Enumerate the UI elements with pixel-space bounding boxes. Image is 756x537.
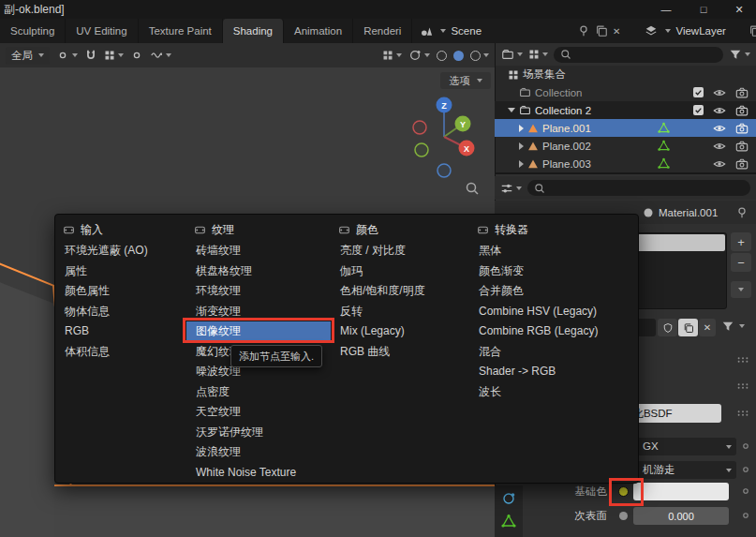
menu-item[interactable]: 波长 — [469, 382, 640, 403]
menu-item[interactable]: 颜色属性 — [55, 281, 186, 302]
minimize-button[interactable]: — — [647, 0, 685, 19]
axis-neg-x-ball[interactable] — [413, 121, 426, 134]
outliner-filter-dropdown[interactable] — [729, 48, 750, 61]
subsurface-node-socket-button[interactable] — [619, 512, 628, 520]
shading-material-preview-icon[interactable] — [453, 51, 464, 61]
snap-toggle[interactable] — [84, 49, 97, 62]
proportional-editing-toggle[interactable] — [130, 49, 143, 62]
unlink-scene-icon[interactable]: ✕ — [613, 26, 620, 37]
options-button[interactable]: 选项 — [440, 72, 491, 89]
decorator-dot-icon[interactable] — [740, 510, 751, 521]
overlays-dropdown[interactable] — [382, 50, 402, 61]
expand-right-icon[interactable] — [519, 160, 524, 168]
menu-item[interactable]: 砖墙纹理 — [186, 241, 331, 261]
outliner-row-scene-collection[interactable]: 场景集合 — [495, 66, 756, 83]
menu-item[interactable]: RGB 曲线 — [331, 342, 469, 363]
tab-uv-editing[interactable]: UV Editing — [66, 19, 138, 43]
menu-item[interactable]: Combine RGB (Legacy) — [469, 321, 640, 342]
editor-type-dropdown[interactable] — [500, 182, 522, 195]
tab-animation[interactable]: Animation — [284, 19, 353, 43]
expand-down-icon[interactable] — [508, 108, 515, 112]
menu-item[interactable]: 点密度 — [186, 382, 331, 403]
properties-search-input[interactable] — [527, 180, 750, 196]
outliner-row-plane-001[interactable]: Plane.001 — [495, 119, 756, 137]
pivot-point-dropdown[interactable] — [56, 49, 78, 62]
unlink-material-button[interactable]: ✕ — [699, 319, 716, 336]
camera-icon[interactable] — [735, 140, 749, 153]
object-data-tab-icon[interactable] — [501, 514, 516, 529]
copy-icon[interactable] — [749, 24, 756, 37]
breadcrumb-material-name[interactable]: Material.001 — [659, 207, 718, 218]
decorator-dot-icon[interactable] — [740, 464, 751, 475]
tab-shading[interactable]: Shading — [223, 19, 284, 43]
falloff-dropdown[interactable] — [150, 49, 171, 62]
menu-item[interactable]: Mix (Legacy) — [331, 321, 469, 342]
transform-orientation-dropdown[interactable]: 全局 — [6, 47, 50, 65]
camera-icon[interactable] — [735, 104, 749, 117]
shading-wireframe-icon[interactable] — [437, 51, 447, 61]
menu-item[interactable]: 环境纹理 — [186, 281, 331, 302]
eye-icon[interactable] — [713, 122, 726, 135]
menu-item[interactable]: 黑体 — [469, 241, 640, 261]
axis-neg-z-ball[interactable] — [437, 164, 451, 177]
menu-item[interactable]: Combine HSV (Legacy) — [469, 302, 640, 322]
remove-slot-button[interactable]: − — [731, 253, 751, 272]
pin-icon[interactable] — [577, 24, 590, 37]
panel-grip-icon[interactable] — [736, 353, 749, 366]
outliner-display-mode-dropdown[interactable] — [501, 48, 523, 61]
menu-item[interactable]: 反转 — [331, 302, 469, 322]
menu-item[interactable]: 棋盘格纹理 — [186, 261, 331, 282]
outliner-row-collection-2[interactable]: Collection 2 — [495, 101, 756, 119]
menu-item[interactable]: 环境光遮蔽 (AO) — [55, 241, 186, 261]
collection-checkbox[interactable] — [693, 105, 704, 115]
tab-texture-paint[interactable]: Texture Paint — [139, 19, 223, 43]
new-material-button[interactable] — [678, 319, 698, 336]
menu-item[interactable]: 合并颜色 — [469, 281, 640, 302]
outliner-row-collection[interactable]: Collection — [495, 83, 756, 101]
scene-selector[interactable]: Scene ✕ — [420, 24, 620, 37]
close-button[interactable]: ✕ — [722, 0, 756, 19]
collection-checkbox[interactable] — [693, 87, 704, 97]
menu-item[interactable]: 渐变纹理 — [186, 302, 331, 322]
material-filter-dropdown[interactable] — [721, 320, 745, 333]
menu-item[interactable]: 体积信息 — [55, 342, 186, 363]
slot-specials-button[interactable] — [731, 281, 751, 298]
physics-tab-icon[interactable] — [501, 491, 516, 506]
decorator-dot-icon[interactable] — [740, 485, 751, 497]
subsurface-value-slider[interactable]: 0.000 — [633, 507, 729, 525]
menu-item[interactable]: 混合 — [469, 342, 640, 363]
viewport-zoom-icon[interactable] — [465, 181, 480, 196]
tab-render[interactable]: Renderi — [353, 19, 412, 43]
camera-icon[interactable] — [735, 86, 749, 99]
menu-item[interactable]: 颜色渐变 — [469, 261, 640, 282]
menu-item[interactable]: 亮度 / 对比度 — [331, 241, 469, 261]
navigation-gizmo[interactable]: Z Y X — [408, 90, 480, 178]
pin-icon[interactable] — [735, 206, 749, 219]
menu-item[interactable]: White Noise Texture — [186, 463, 331, 484]
menu-item[interactable]: 沃罗诺伊纹理 — [186, 423, 331, 443]
menu-item[interactable]: 物体信息 — [55, 302, 186, 322]
snap-target-dropdown[interactable] — [104, 50, 124, 61]
eye-icon[interactable] — [713, 140, 726, 153]
tab-sculpting[interactable]: Sculpting — [0, 19, 66, 43]
menu-item[interactable]: 波浪纹理 — [186, 442, 331, 463]
panel-grip-icon[interactable] — [736, 380, 749, 393]
expand-right-icon[interactable] — [519, 142, 524, 150]
outliner-row-plane-002[interactable]: Plane.002 — [495, 137, 756, 155]
add-slot-button[interactable]: + — [731, 232, 751, 251]
shading-rendered-dropdown[interactable] — [470, 51, 489, 61]
copy-icon[interactable] — [595, 24, 608, 37]
menu-item[interactable]: Shader -> RGB — [469, 362, 640, 382]
expand-right-icon[interactable] — [519, 125, 524, 132]
menu-item-image-texture[interactable]: 图像纹理 — [186, 321, 331, 342]
base-color-swatch[interactable] — [633, 483, 729, 500]
fake-user-button[interactable] — [658, 319, 677, 336]
axis-neg-y-ball[interactable] — [415, 143, 428, 157]
outliner-search-input[interactable] — [554, 47, 723, 63]
decorator-dot-icon[interactable] — [740, 440, 751, 452]
eye-icon[interactable] — [713, 104, 726, 117]
gizmos-dropdown[interactable] — [408, 49, 430, 62]
panel-grip-icon[interactable] — [736, 407, 749, 420]
menu-item[interactable]: 属性 — [55, 261, 186, 282]
outliner-mode-dropdown[interactable] — [528, 49, 548, 60]
